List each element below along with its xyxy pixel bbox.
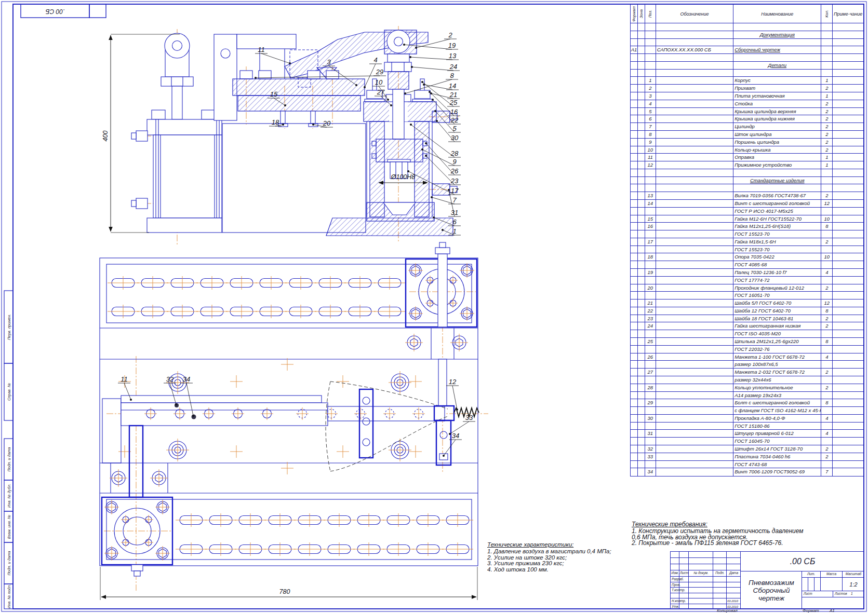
tb-col-docnum: № докум. (689, 570, 713, 577)
table-row: 16Гайка М12х1,25-6Н(S18)8 (631, 223, 863, 230)
table-row: ГОСТ 15523-70 (631, 230, 863, 238)
table-row: 4Стойка2 (631, 100, 863, 108)
table-row: 21Шайба 5Л ГОСТ 6402-7012 (631, 299, 863, 307)
side-stamp-label: Справ. № (7, 383, 11, 401)
tech-char-line: 4. Ход штока 100 мм. (487, 567, 627, 573)
callout-label: 12 (449, 378, 457, 386)
tb-col-izm: Изм. (671, 570, 679, 577)
footer-copied: Копировал (717, 608, 738, 613)
table-row: 26Манжета 1-100 ГОСТ 6678-724 (631, 353, 863, 361)
callout-label: 23 (450, 177, 459, 185)
table-row: ГОСТ Р ИСО 4017-М5х25 (631, 208, 863, 215)
side-stamp-label: Взам. инв. № (7, 515, 11, 539)
spec-table: Формат Зона Поз. Обозначение Наименовани… (630, 4, 864, 476)
table-row (631, 70, 863, 77)
callout-label: 16 (450, 108, 458, 116)
table-row: ГОСТ 16045-70 (631, 438, 863, 445)
table-row: 34Винт 7006-1209 ГОСТ9052-697 (631, 468, 863, 476)
tb-row-prov: Пров. (671, 582, 741, 588)
table-row: Детали (631, 62, 863, 70)
callout-label: 5 (452, 125, 457, 132)
table-row: 12Прижимное устройство1 (631, 161, 863, 169)
tech-characteristics-title: Технические характеристики: (487, 542, 627, 548)
spec-col-name: Наименование (733, 5, 821, 23)
tech-requirements: Технические требования: 1. Конструкцию и… (632, 522, 861, 547)
table-row: 13Вилка 7019-0356 ГОСТ4738-672 (631, 192, 863, 200)
table-row: 22Шайба 12 ГОСТ 6402-708 (631, 307, 863, 315)
table-row: 28Кольцо уплотнительное2 (631, 384, 863, 392)
tb-date-1: 03.2010 (727, 599, 741, 604)
table-row: 10Кольцо-крышка2 (631, 146, 863, 154)
title-block: Изм. Лист № докум. Подп. Дата Разраб. Пр… (670, 551, 864, 609)
table-row: 29Болт с шестигранной головкой8 (631, 399, 863, 407)
tb-scale-value: 1:2 (843, 578, 864, 591)
table-row: 2Прихват2 (631, 85, 863, 92)
table-row: ГОСТ 15523-70 (631, 246, 863, 254)
callout-label: 15 (270, 90, 278, 98)
callout-label: 20 (323, 119, 331, 127)
spec-table-header: Формат Зона Поз. Обозначение Наименовани… (630, 4, 864, 23)
table-row: размер 32х44х6 (631, 376, 863, 384)
table-row: 6Крышка цилиндра нижняя2 (631, 115, 863, 123)
spec-col-zone: Зона (639, 9, 644, 18)
table-row: 33Пластина 7034-0460 h62 (631, 453, 863, 461)
table-row: ГОСТ ISO 4035-М20 (631, 330, 863, 338)
table-row: А14 размер 19х24х3 (631, 392, 863, 400)
spec-col-qty: Кол. (825, 10, 829, 18)
table-row: 1Корпус1 (631, 77, 863, 85)
footer-format-label: Формат (803, 608, 819, 613)
callout-label: 17 (451, 187, 459, 195)
table-row: 27Манжета 2-032 ГОСТ 6678-722 (631, 369, 863, 376)
table-row (631, 54, 863, 62)
table-row: Документация (631, 31, 863, 39)
callout-label: 25 (449, 99, 458, 106)
corner-stamp-text: .00 СБ (46, 8, 65, 15)
tb-row-razrab: Разраб. (671, 577, 741, 582)
callout-label: 30 (451, 134, 459, 142)
callout-label: 7 (452, 196, 457, 204)
callout-label: 2 (448, 31, 452, 39)
dim-height-text: 400 (102, 131, 109, 142)
side-stamp-label: Перв. примен. (7, 314, 11, 340)
table-row: 8Шток цилиндра2 (631, 131, 863, 139)
tb-row-tkontr: Т.контр. (671, 588, 741, 593)
table-row (631, 23, 863, 31)
table-row: 24Гайка шестигранная низкая2 (631, 322, 863, 330)
callout-label: 1 (452, 227, 456, 235)
tech-req-line: 2. Покрытие - эмаль ПФ115 зеленая ГОСТ 6… (632, 540, 861, 547)
tb-mass-label: Масса (821, 571, 843, 578)
tb-sheets: Листов 1 (833, 591, 864, 597)
sheet-footer: Копировал Формат А1 (0, 609, 868, 613)
callout-label: 26 (450, 167, 459, 175)
table-row (631, 169, 863, 177)
table-row: А1САПОХХ.ХХ.ХХ.000 СБСборочный чертеж (631, 46, 863, 54)
corner-stamp: .00 СБ (21, 4, 106, 18)
table-row: 3Плита установочная1 (631, 92, 863, 100)
callout-label: 8 (450, 72, 454, 79)
tb-lit-label: Лит. (802, 571, 821, 578)
spec-col-designation: Обозначение (656, 5, 733, 23)
callout-label: 4 (373, 56, 377, 64)
callout-label: 21 (449, 91, 457, 99)
side-stamps: Перв. примен.Справ. №Подп. и датаИнв. № … (4, 291, 13, 609)
spec-col-pos: Поз. (648, 10, 652, 18)
callout-label: 3 (327, 58, 331, 66)
dim-bore-text: Ø100Н8 (391, 173, 416, 181)
callout-label: 22 (450, 116, 459, 124)
tech-char-line: 1. Давление воздуха в магистрали 0,4 МПа… (487, 549, 627, 555)
table-row: ГОСТ 4743-68 (631, 461, 863, 469)
callout-label: 31 (451, 209, 458, 216)
spec-col-format: Формат (632, 6, 636, 22)
callout-label: 10 (375, 78, 383, 86)
table-row: ГОСТ 17774-72 (631, 277, 863, 284)
tb-designation: .00 СБ (741, 552, 864, 571)
table-row: 31Штуцер приварной 6-0124 (631, 430, 863, 438)
side-stamp-label: Инв. № дубл. (7, 484, 11, 508)
tb-sheet-label: Лист (802, 591, 833, 597)
footer-format-value: А1 (830, 608, 835, 613)
table-row: 7Цилиндр2 (631, 123, 863, 131)
spec-table-rows: ДокументацияА1САПОХХ.ХХ.ХХ.000 СБСборочн… (630, 23, 864, 476)
tb-col-list: Лист (679, 570, 689, 577)
callout-label: 13 (449, 52, 457, 60)
table-row: 17Гайка М18х1,5-6Н2 (631, 238, 863, 246)
